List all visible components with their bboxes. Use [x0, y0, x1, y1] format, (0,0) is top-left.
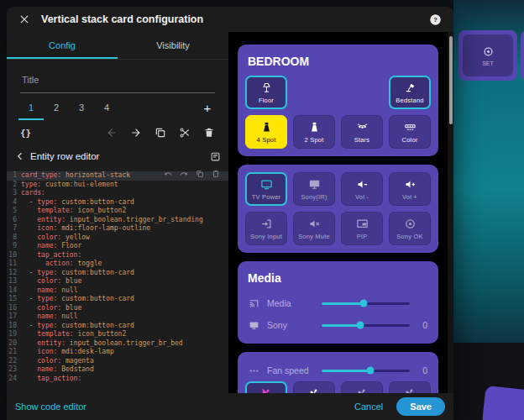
tab-config[interactable]: Config [7, 32, 118, 59]
set-button[interactable]: SET [463, 34, 513, 76]
preview-button-slow[interactable]: SLOW [341, 381, 383, 393]
preview-button-label: 4 Spot [257, 136, 276, 144]
code-line-12[interactable]: 12 - type: custom:button-card [7, 269, 228, 278]
code-line-10[interactable]: 10 tap_action: [7, 251, 228, 260]
preview-button-row: FloorBedstand [245, 76, 431, 109]
preview-button-label: Sony(IR) [301, 193, 327, 201]
code-line-7[interactable]: 7 icon: mdi:floor-lamp-outline [7, 224, 228, 234]
save-button[interactable]: Save [396, 397, 445, 416]
undo-icon[interactable] [164, 170, 172, 178]
copy-icon[interactable] [155, 127, 166, 139]
preview-button-off[interactable]: OFF [245, 381, 287, 393]
code-line-13[interactable]: 13 color: blue [7, 277, 228, 286]
code-line-14[interactable]: 14 name: null [7, 286, 228, 296]
fan-icon [308, 387, 321, 394]
preview-button-sony-input[interactable]: Sony Input [245, 212, 287, 245]
fan-icon [356, 387, 369, 394]
preview-button-label: PIP [357, 233, 368, 240]
show-code-editor-link[interactable]: Show code editor [15, 402, 86, 412]
code-line-23[interactable]: 23 name: Bedstand [7, 365, 228, 375]
redo-icon[interactable] [180, 170, 188, 178]
braces-icon[interactable]: {} [20, 127, 31, 139]
code-line-17[interactable]: 17 name: null [7, 312, 228, 322]
preview-button-tv-power[interactable]: TV Power [245, 172, 287, 206]
code-line-19[interactable]: 19 template: icon_button2 [7, 330, 228, 339]
code-text: action: toggle [21, 260, 102, 269]
preview-button-color[interactable]: Color [389, 115, 431, 149]
volume-mute-icon [308, 218, 321, 230]
code-line-5[interactable]: 5 template: icon_button2 [7, 207, 228, 216]
pip-icon [356, 218, 369, 230]
preview-button-bedstand[interactable]: Bedstand [389, 76, 431, 109]
cut-icon[interactable] [179, 127, 191, 139]
preview-button-fast[interactable]: FAST [389, 381, 431, 393]
chevron-left-icon[interactable] [14, 150, 26, 162]
code-text: type: custom:hui-element [21, 181, 118, 190]
preview-button-sony-mute[interactable]: Sony Mute [293, 212, 335, 245]
arrow-left-icon[interactable] [106, 127, 118, 139]
preview-button-2-spot[interactable]: 2 Spot [293, 115, 335, 149]
card-tab-3[interactable]: 3 [69, 95, 94, 120]
slider-track[interactable] [322, 370, 410, 372]
paste-icon[interactable] [212, 170, 220, 178]
scrollbar-thumb[interactable] [449, 36, 453, 124]
title-input[interactable]: Title [20, 71, 215, 93]
code-line-15[interactable]: 15 - type: custom:button-card [7, 295, 228, 304]
preview-button-vol[interactable]: Vol - [341, 172, 383, 206]
code-line-9[interactable]: 9 name: Floor [7, 242, 228, 251]
code-line-20[interactable]: 20 entity: input_boolean.trigger_br_bed [7, 339, 228, 349]
fan-icon [404, 387, 417, 394]
add-card-tab-button[interactable]: + [198, 95, 217, 120]
code-line-21[interactable]: 21 icon: mdi:desk-lamp [7, 348, 228, 357]
slider-knob[interactable] [366, 367, 374, 375]
code-line-8[interactable]: 8 color: yellow [7, 234, 228, 243]
background-card: SET [458, 30, 517, 81]
slider-track[interactable] [322, 302, 410, 305]
input-icon [260, 218, 273, 230]
help-icon[interactable]: ? [429, 13, 442, 26]
code-text: cards: [21, 189, 45, 198]
line-number: 24 [7, 375, 21, 384]
code-line-3[interactable]: 3cards: [7, 189, 228, 198]
entity-row-editor-title: Entity row editor [30, 151, 99, 161]
code-line-24[interactable]: 24 tap_action: [7, 375, 228, 384]
code-line-11[interactable]: 11 action: toggle [7, 260, 228, 269]
preview-button-sony-ok[interactable]: Sony OK [389, 212, 431, 245]
code-line-18[interactable]: 18 - type: custom:button-card [7, 322, 228, 331]
form-editor-icon[interactable] [210, 151, 221, 162]
preview-button-floor[interactable]: Floor [245, 76, 287, 109]
delete-icon[interactable] [203, 127, 215, 139]
card-tab-2[interactable]: 2 [44, 95, 69, 120]
preview-button-label: Sony Input [250, 233, 282, 240]
line-number: 5 [7, 207, 21, 216]
card-tab-1[interactable]: 1 [18, 95, 44, 120]
preview-button-sony-ir[interactable]: Sony(IR) [293, 172, 335, 206]
spotlight-icon [260, 121, 273, 134]
slider-track[interactable] [322, 324, 410, 327]
preview-button-fan-ir[interactable]: Fan(IR) [293, 381, 335, 393]
code-line-2[interactable]: 2type: custom:hui-element [7, 181, 228, 190]
preview-button-vol[interactable]: Vol + [389, 172, 431, 206]
yaml-code-editor[interactable]: 1card_type: horizontal-stack2type: custo… [7, 167, 228, 393]
tab-visibility[interactable]: Visibility [118, 32, 228, 59]
line-number: 10 [7, 251, 21, 260]
code-line-22[interactable]: 22 color: magenta [7, 357, 228, 366]
code-lines[interactable]: 1card_type: horizontal-stack2type: custo… [7, 167, 228, 383]
monitor-icon [249, 320, 259, 331]
close-icon[interactable] [18, 13, 30, 25]
card-tab-4[interactable]: 4 [94, 95, 119, 120]
code-line-16[interactable]: 16 color: blue [7, 304, 228, 313]
cancel-button[interactable]: Cancel [354, 402, 383, 412]
code-line-4[interactable]: 4 - type: custom:button-card [7, 198, 228, 207]
arrow-right-icon[interactable] [130, 127, 142, 139]
preview-card: BEDROOMFloorBedstand4 Spot2 SpotStarsCol… [238, 45, 438, 156]
copy-icon[interactable] [196, 170, 204, 178]
code-line-6[interactable]: 6 entity: input_boolean.trigger_br_stand… [7, 216, 228, 225]
preview-button-stars[interactable]: Stars [341, 115, 383, 149]
preview-button-4-spot[interactable]: 4 Spot [245, 115, 287, 149]
scrollbar[interactable] [448, 32, 453, 393]
slider-knob[interactable] [360, 300, 368, 307]
slider-knob[interactable] [357, 322, 364, 329]
line-number: 19 [7, 330, 21, 339]
preview-button-pip[interactable]: PIP [341, 212, 383, 245]
